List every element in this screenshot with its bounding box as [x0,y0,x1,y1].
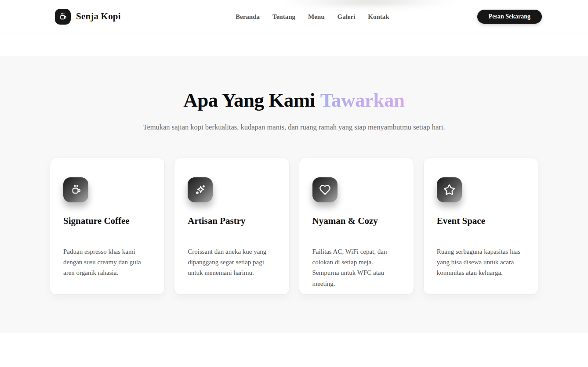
card-nyaman-cozy: Nyaman & Cozy Failitas AC, WiFi cepat, d… [299,158,414,295]
card-description: Ruang serbaguna kapasitas luas yang bisa… [437,246,525,278]
nav-item-tentang[interactable]: Tentang [272,13,295,21]
nav-item-kontak[interactable]: Kontak [368,13,389,21]
header-gap [0,33,588,56]
site-header: Senja Kopi Beranda Tentang Menu Galeri K… [0,0,588,33]
sparkles-icon [188,177,213,202]
card-title: Nyaman & Cozy [312,216,400,227]
card-signature-coffee: Signature Coffee Paduan espresso khas ka… [50,158,165,295]
nav-item-galeri[interactable]: Galeri [337,13,355,21]
section-title-main: Apa Yang Kami [183,89,315,111]
offer-section: Apa Yang KamiTawarkan Temukan sajian kop… [0,56,588,333]
section-subtitle: Temukan sajian kopi berkualitas, kudapan… [0,123,588,132]
card-description: Croissant dan aneka kue yang dipanggang … [188,246,276,278]
card-artisan-pastry: Artisan Pastry Croissant dan aneka kue y… [174,158,289,295]
heart-icon [312,177,338,202]
brand-name: Senja Kopi [76,11,121,22]
nav-item-beranda[interactable]: Beranda [236,13,260,21]
order-now-button[interactable]: Pesan Sekarang [477,10,542,24]
star-icon [437,177,462,202]
card-description: Paduan espresso khas kami dengan susu cr… [63,246,151,278]
card-title: Artisan Pastry [188,216,276,227]
card-description: Failitas AC, WiFi cepat, dan colokan di … [312,246,400,289]
card-event-space: Event Space Ruang serbaguna kapasitas lu… [423,158,538,295]
nav-item-menu[interactable]: Menu [308,13,325,21]
card-title: Signature Coffee [63,216,151,227]
coffee-cup-icon [63,177,88,202]
brand[interactable]: Senja Kopi [55,9,121,25]
section-title: Apa Yang KamiTawarkan [0,89,588,112]
section-title-accent: Tawarkan [320,89,405,111]
card-title: Event Space [437,216,525,227]
main-nav: Beranda Tentang Menu Galeri Kontak [236,0,389,33]
coffee-cup-icon [55,9,71,25]
feature-cards: Signature Coffee Paduan espresso khas ka… [50,158,538,295]
